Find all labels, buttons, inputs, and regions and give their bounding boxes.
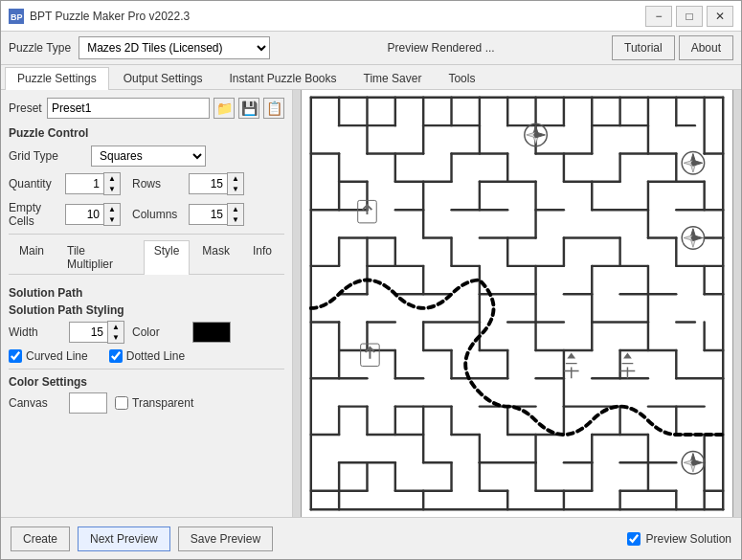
inner-tabs: Main Tile Multiplier Style Mask Info (9, 240, 284, 275)
columns-down[interactable]: ▼ (228, 214, 243, 225)
tab-time-saver[interactable]: Time Saver (351, 67, 435, 89)
quantity-spinner: ▲ ▼ (65, 172, 121, 195)
preset-saveas-button[interactable]: 📋 (263, 98, 284, 119)
width-label: Width (9, 325, 61, 339)
empty-cells-group: Empty Cells ▲ ▼ (9, 201, 121, 228)
maze-svg (302, 90, 732, 517)
columns-label: Columns (132, 208, 185, 221)
quantity-up[interactable]: ▲ (104, 173, 120, 184)
divider-1 (9, 234, 284, 235)
canvas-label: Canvas (9, 396, 61, 410)
main-tabs: Puzzle Settings Output Settings Instant … (1, 65, 741, 90)
tutorial-button[interactable]: Tutorial (612, 35, 675, 60)
empty-cells-label: Empty Cells (9, 201, 61, 228)
rows-up[interactable]: ▲ (228, 173, 243, 184)
columns-group: Columns ▲ ▼ (132, 203, 244, 226)
puzzle-type-label: Puzzle Type (9, 41, 71, 55)
rows-spinner: ▲ ▼ (189, 172, 244, 195)
maze-preview (301, 90, 733, 517)
inner-tab-style[interactable]: Style (144, 240, 191, 275)
right-panel (293, 90, 741, 517)
quantity-input[interactable] (65, 173, 103, 194)
save-preview-button[interactable]: Save Preview (178, 526, 273, 551)
left-panel: Preset Preset1 📁 💾 📋 Puzzle Control Grid… (1, 90, 293, 517)
color-label: Color (132, 325, 185, 339)
inner-tab-tile-multiplier[interactable]: Tile Multiplier (56, 240, 142, 274)
maximize-button[interactable]: □ (676, 6, 703, 27)
quantity-label: Quantity (9, 177, 61, 190)
grid-type-group: Grid Type Squares (9, 146, 284, 167)
preview-solution-checkbox[interactable] (627, 532, 641, 546)
empty-cells-up[interactable]: ▲ (104, 204, 120, 214)
quantity-group: Quantity ▲ ▼ (9, 172, 121, 195)
transparent-checkbox[interactable] (115, 396, 128, 410)
tab-tools[interactable]: Tools (436, 67, 487, 89)
rows-label: Rows (132, 177, 185, 190)
svg-text:BP: BP (11, 12, 23, 22)
solution-path-title: Solution Path (9, 286, 284, 300)
preview-solution-label: Preview Solution (646, 532, 731, 546)
empty-cells-input[interactable] (65, 204, 103, 225)
curved-line-label: Curved Line (26, 349, 88, 363)
preset-row: Preset Preset1 📁 💾 📋 (9, 98, 284, 119)
empty-cells-down[interactable]: ▼ (104, 214, 120, 225)
curved-line-checkbox[interactable] (9, 349, 22, 363)
inner-tab-main[interactable]: Main (9, 240, 55, 274)
canvas-color-picker[interactable] (69, 392, 107, 414)
grid-type-label: Grid Type (9, 149, 85, 163)
puzzle-control-title: Puzzle Control (9, 126, 284, 140)
preview-status: Preview Rendered ... (278, 41, 604, 55)
puzzle-type-select[interactable]: Mazes 2D Tiles (Licensed) (79, 36, 270, 59)
preview-solution-group: Preview Solution (627, 532, 731, 546)
preset-save-button[interactable]: 💾 (238, 98, 259, 119)
bottom-bar: Create Next Preview Save Preview Preview… (1, 517, 741, 559)
width-down[interactable]: ▼ (108, 332, 124, 343)
app-icon: BP (9, 9, 24, 24)
create-button[interactable]: Create (11, 526, 70, 551)
rows-input[interactable] (189, 173, 227, 194)
title-bar: BP BPT Puzzle Maker Pro v2022.3 − □ ✕ (1, 1, 741, 32)
rows-down[interactable]: ▼ (228, 184, 243, 194)
empty-cells-spinner: ▲ ▼ (65, 203, 121, 226)
style-section: Solution Path Solution Path Styling Widt… (9, 282, 284, 423)
checkbox-row: Curved Line Dotted Line (9, 349, 284, 363)
main-content: Preset Preset1 📁 💾 📋 Puzzle Control Grid… (1, 90, 741, 517)
next-preview-button[interactable]: Next Preview (78, 526, 170, 551)
inner-tab-info[interactable]: Info (242, 240, 282, 274)
transparent-group: Transparent (115, 396, 193, 410)
quantity-rows-group: Quantity ▲ ▼ Rows ▲ (9, 172, 284, 195)
tab-output-settings[interactable]: Output Settings (111, 67, 215, 89)
columns-spinner: ▲ ▼ (189, 203, 244, 226)
inner-tab-mask[interactable]: Mask (191, 240, 240, 274)
width-input[interactable] (69, 322, 107, 343)
columns-input[interactable] (189, 204, 227, 225)
top-buttons: Tutorial About (612, 35, 733, 60)
canvas-row: Canvas Transparent (9, 392, 284, 414)
emptycells-columns-group: Empty Cells ▲ ▼ Columns ▲ (9, 201, 284, 228)
columns-up[interactable]: ▲ (228, 204, 243, 214)
tab-instant-puzzle-books[interactable]: Instant Puzzle Books (216, 67, 349, 89)
solution-color-picker[interactable] (192, 322, 231, 343)
dotted-line-checkbox[interactable] (109, 349, 123, 363)
preset-input[interactable]: Preset1 (47, 98, 210, 119)
width-spinner: ▲ ▼ (69, 321, 124, 344)
minimize-button[interactable]: − (645, 6, 672, 27)
toolbar: Puzzle Type Mazes 2D Tiles (Licensed) Pr… (1, 32, 741, 65)
dotted-line-label: Dotted Line (126, 349, 185, 363)
width-up[interactable]: ▲ (108, 322, 124, 332)
about-button[interactable]: About (679, 35, 733, 60)
quantity-down[interactable]: ▼ (104, 184, 120, 194)
curved-line-group: Curved Line (9, 349, 88, 363)
grid-type-select[interactable]: Squares (91, 146, 206, 167)
window-controls: − □ ✕ (645, 6, 733, 27)
dotted-line-group: Dotted Line (109, 349, 185, 363)
solution-path-styling-title: Solution Path Styling (9, 303, 284, 317)
tab-puzzle-settings[interactable]: Puzzle Settings (5, 67, 109, 90)
color-settings-title: Color Settings (9, 375, 284, 389)
width-color-row: Width ▲ ▼ Color (9, 321, 284, 344)
divider-2 (9, 369, 284, 370)
close-button[interactable]: ✕ (707, 6, 733, 27)
transparent-label: Transparent (132, 396, 193, 410)
preset-folder-button[interactable]: 📁 (214, 98, 235, 119)
rows-group: Rows ▲ ▼ (132, 172, 244, 195)
